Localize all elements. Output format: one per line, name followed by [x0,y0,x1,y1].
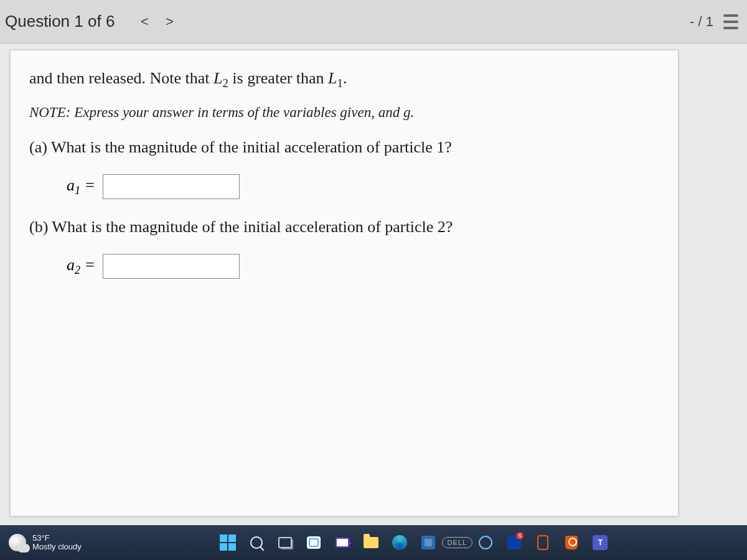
part-a-prompt: (a) What is the magnitude of the initial… [29,138,659,157]
chevron-right-icon: > [166,14,174,30]
folder-icon [364,537,378,548]
part-b-input[interactable] [103,254,240,279]
weather-temp: 53°F [32,534,82,543]
weather-widget[interactable]: 53°F Mostly cloudy [9,534,82,552]
question-navbar: Question 1 of 6 < > - / 1 [0,0,747,44]
weather-icon [9,534,26,551]
score-display: - / 1 [690,14,713,30]
windows-taskbar: 53°F Mostly cloudy DELL [0,525,747,560]
menu-icon[interactable] [723,14,738,29]
teams-button[interactable] [591,533,609,552]
task-view-button[interactable] [276,533,294,552]
start-button[interactable] [218,533,237,552]
task-view-icon [278,537,292,548]
part-b-prompt: (b) What is the magnitude of the initial… [29,218,659,236]
store-icon [421,536,435,549]
edge-icon [392,535,407,550]
note-text: NOTE: Express your answer in terms of th… [29,105,659,121]
part-a-answer-row: a1 = [67,174,659,199]
office-icon [537,535,548,550]
part-b-var-label: a2 = [67,256,95,277]
office-button[interactable] [533,533,552,552]
taskbar-center: DELL [218,533,609,552]
search-icon [250,536,263,549]
chat-icon [307,536,321,549]
part-b-answer-row: a2 = [67,254,659,279]
edge-button[interactable] [390,533,409,552]
security-flag-button[interactable] [505,533,524,552]
dell-button[interactable]: DELL [448,533,466,552]
dell-icon: DELL [442,537,473,548]
shield-icon [565,536,578,549]
camera-icon [336,538,349,548]
question-counter: Question 1 of 6 [5,12,115,31]
chevron-left-icon: < [141,14,149,30]
chat-button[interactable] [304,533,323,552]
part-a-input[interactable] [103,174,240,199]
weather-cond: Mostly cloudy [32,543,82,551]
flag-icon [507,536,521,549]
prev-question-button[interactable]: < [132,9,157,34]
question-body: and then released. Note that L2 is great… [10,50,679,516]
next-question-button[interactable]: > [157,9,182,34]
cortana-button[interactable] [476,533,495,552]
store-button[interactable] [419,533,438,552]
explorer-button[interactable] [362,533,380,552]
cortana-icon [479,536,492,549]
teams-icon [593,535,608,550]
intro-text: and then released. Note that L2 is great… [29,66,659,92]
security-button[interactable] [562,533,581,552]
camera-app-button[interactable] [333,533,352,552]
part-a-var-label: a1 = [67,176,95,197]
search-button[interactable] [247,533,266,552]
